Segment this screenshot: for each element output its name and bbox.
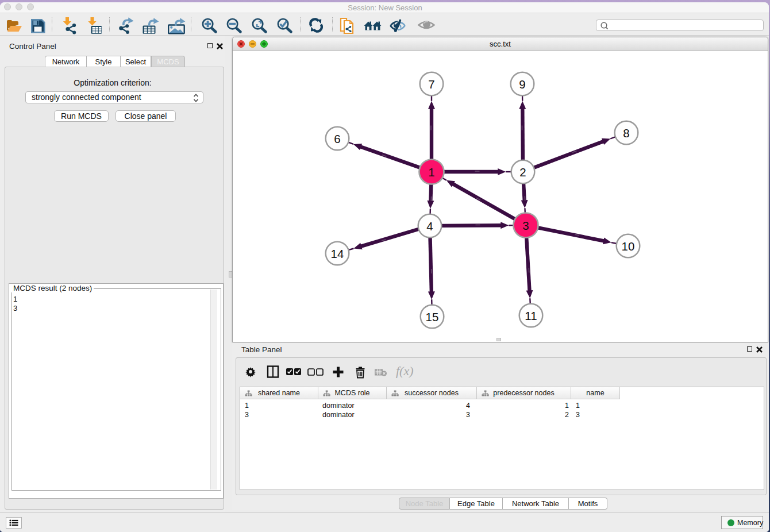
- svg-text:14: 14: [331, 247, 344, 260]
- svg-text:11: 11: [525, 309, 537, 322]
- svg-text:8: 8: [623, 126, 629, 140]
- svg-text:7: 7: [428, 78, 434, 91]
- svg-text:15: 15: [426, 310, 439, 323]
- svg-text:9: 9: [519, 78, 525, 91]
- svg-text:6: 6: [334, 132, 340, 145]
- svg-text:2: 2: [519, 165, 526, 179]
- svg-text:1: 1: [428, 165, 434, 179]
- svg-text:4: 4: [426, 219, 433, 233]
- svg-text:3: 3: [522, 219, 529, 232]
- svg-text:10: 10: [622, 240, 635, 253]
